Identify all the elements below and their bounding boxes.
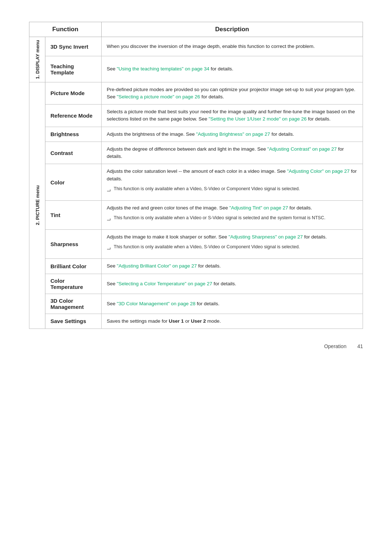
- function-cell: Picture Mode: [45, 82, 102, 105]
- table-row: BrightnessAdjusts the brightness of the …: [29, 127, 363, 142]
- table-row: 2. PICTURE menuPicture ModePre-defined p…: [29, 82, 363, 105]
- description-link[interactable]: "Using the teaching templates" on page 3…: [117, 66, 209, 72]
- description-cell: Selects a picture mode that best suits y…: [102, 105, 363, 127]
- description-cell: See "Adjusting Brilliant Color" on page …: [102, 259, 363, 274]
- description-cell: Adjusts the brightness of the image. See…: [102, 127, 363, 142]
- function-cell: Color: [45, 164, 102, 201]
- table-row: ColorAdjusts the color saturation level …: [29, 164, 363, 201]
- description-cell: Adjusts the red and green color tones of…: [102, 200, 363, 229]
- table-row: Teaching TemplateSee "Using the teaching…: [29, 56, 363, 82]
- function-cell: Brilliant Color: [45, 259, 102, 274]
- note-box: ⌐This function is only available when a …: [107, 185, 358, 197]
- description-cell: Pre-defined picture modes are provided s…: [102, 82, 363, 105]
- table-row: 3D Color ManagementSee "3D Color Managem…: [29, 294, 363, 314]
- table-row: 1. DISPLAY menu3D Sync InvertWhen you di…: [29, 37, 363, 56]
- description-link[interactable]: "Adjusting Color" on page 27: [287, 168, 350, 174]
- note-text: This function is only available when a V…: [114, 185, 300, 192]
- header-description: Description: [102, 22, 363, 37]
- function-cell: Tint: [45, 200, 102, 229]
- description-link[interactable]: "Setting the User 1/User 2 mode" on page…: [209, 116, 307, 122]
- page-footer: Operation 41: [29, 343, 363, 349]
- description-cell: Adjusts the image to make it look sharpe…: [102, 230, 363, 259]
- table-row: Color TemperatureSee "Selecting a Color …: [29, 274, 363, 294]
- description-link[interactable]: "Adjusting Brightness" on page 27: [196, 131, 270, 137]
- note-box: ⌐This function is only available when a …: [107, 215, 358, 226]
- note-icon: ⌐: [107, 244, 111, 255]
- function-cell: 3D Sync Invert: [45, 37, 102, 56]
- function-cell: Contrast: [45, 142, 102, 164]
- description-cell: Saves the settings made for User 1 or Us…: [102, 314, 363, 328]
- table-row: ContrastAdjusts the degree of difference…: [29, 142, 363, 164]
- description-link[interactable]: "Adjusting Brilliant Color" on page 27: [117, 263, 197, 269]
- description-cell: When you discover the inversion of the i…: [102, 37, 363, 56]
- note-box: ⌐This function is only available when a …: [107, 244, 358, 255]
- function-cell: Color Temperature: [45, 274, 102, 294]
- description-link[interactable]: "Selecting a Color Temperature" on page …: [117, 281, 212, 286]
- main-table: Function Description 1. DISPLAY menu3D S…: [29, 22, 363, 329]
- note-text: This function is only available when a V…: [114, 244, 300, 250]
- description-link[interactable]: "3D Color Management" on page 28: [117, 301, 196, 306]
- page-container: Function Description 1. DISPLAY menu3D S…: [29, 22, 363, 349]
- note-icon: ⌐: [107, 215, 111, 226]
- table-row: Brilliant ColorSee "Adjusting Brilliant …: [29, 259, 363, 274]
- table-row: TintAdjusts the red and green color tone…: [29, 200, 363, 229]
- function-cell: Save Settings: [45, 314, 102, 328]
- note-icon: ⌐: [107, 186, 111, 197]
- description-link[interactable]: "Adjusting Sharpness" on page 27: [228, 234, 303, 240]
- description-link[interactable]: "Adjusting Tint" on page 27: [229, 205, 288, 211]
- function-cell: Teaching Template: [45, 56, 102, 82]
- table-row: Save SettingsSaves the settings made for…: [29, 314, 363, 328]
- description-cell: Adjusts the color saturation level -- th…: [102, 164, 363, 201]
- description-link[interactable]: "Selecting a picture mode" on page 26: [117, 94, 200, 99]
- footer-label: Operation: [324, 343, 346, 349]
- note-text: This function is only available when a V…: [114, 215, 325, 221]
- description-cell: See "Using the teaching templates" on pa…: [102, 56, 363, 82]
- description-link[interactable]: "Adjusting Contrast" on page 27: [268, 146, 337, 152]
- description-cell: Adjusts the degree of difference between…: [102, 142, 363, 164]
- table-row: SharpnessAdjusts the image to make it lo…: [29, 230, 363, 259]
- function-cell: Sharpness: [45, 230, 102, 259]
- footer-page-number: 41: [357, 343, 363, 349]
- section-label-picture: 2. PICTURE menu: [29, 82, 45, 328]
- section-label-display: 1. DISPLAY menu: [29, 37, 45, 82]
- header-function: Function: [29, 22, 102, 37]
- table-row: Reference ModeSelects a picture mode tha…: [29, 105, 363, 127]
- function-cell: 3D Color Management: [45, 294, 102, 314]
- function-cell: Brightness: [45, 127, 102, 142]
- description-cell: See "3D Color Management" on page 28 for…: [102, 294, 363, 314]
- description-cell: See "Selecting a Color Temperature" on p…: [102, 274, 363, 294]
- function-cell: Reference Mode: [45, 105, 102, 127]
